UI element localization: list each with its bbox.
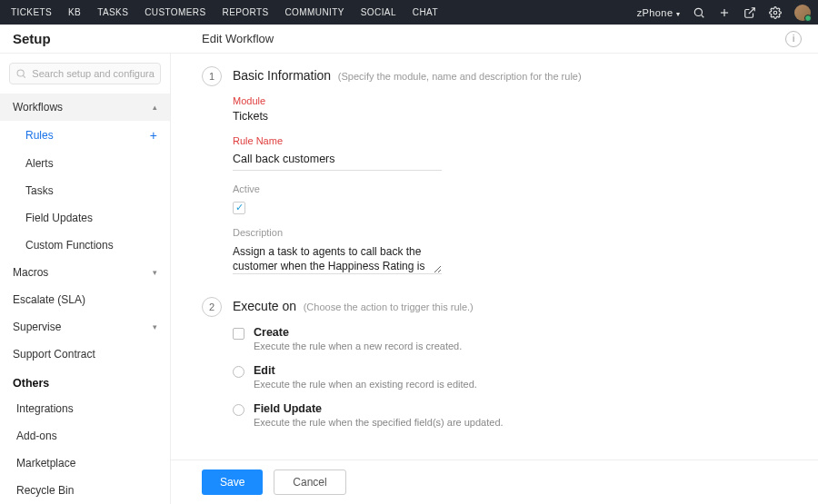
section-execute-on: 2 Execute on (Choose the action to trigg…: [202, 297, 818, 428]
nav-tasks[interactable]: TASKS: [97, 7, 128, 17]
sidebar-item-custom-functions[interactable]: Custom Functions: [0, 232, 170, 259]
search-icon: [15, 67, 26, 80]
info-icon[interactable]: i: [785, 31, 802, 47]
section-title: Execute on: [233, 299, 296, 313]
main: 1 Basic Information (Specify the module,…: [171, 54, 818, 504]
nav-social[interactable]: SOCIAL: [361, 7, 396, 17]
checkbox-create[interactable]: [233, 328, 244, 340]
nav-reports[interactable]: REPORTS: [223, 7, 269, 17]
svg-line-1: [702, 15, 704, 17]
nav-tickets[interactable]: TICKETS: [11, 7, 52, 17]
section-title: Basic Information: [233, 68, 331, 83]
topbar: TICKETS KB TASKS CUSTOMERS REPORTS COMMU…: [0, 0, 818, 25]
nav-heading-others: Others: [0, 368, 170, 395]
sidebar-item-rules[interactable]: Rules +: [0, 121, 170, 150]
svg-point-6: [17, 70, 24, 76]
chevron-down-icon: ▾: [153, 322, 157, 331]
nav-community[interactable]: COMMUNITY: [285, 7, 344, 17]
svg-line-4: [749, 7, 754, 13]
chevron-down-icon: ▾: [676, 10, 680, 18]
svg-point-0: [694, 8, 702, 15]
option-title: Edit: [254, 364, 477, 377]
description-label: Description: [233, 227, 442, 238]
option-desc: Execute the rule when a new record is cr…: [254, 341, 462, 351]
gear-icon[interactable]: [769, 6, 782, 19]
sidebar-item-tasks[interactable]: Tasks: [0, 177, 170, 204]
option-create[interactable]: Create Execute the rule when a new recor…: [233, 326, 504, 351]
search-box[interactable]: [9, 63, 161, 84]
module-label: Module: [233, 95, 442, 106]
external-link-icon[interactable]: [743, 6, 756, 19]
svg-line-7: [24, 75, 25, 77]
nav-group-escalate[interactable]: Escalate (SLA): [0, 286, 170, 313]
sidebar-item-field-updates[interactable]: Field Updates: [0, 204, 170, 232]
svg-point-5: [773, 11, 777, 15]
option-desc: Execute the rule when the specified fiel…: [254, 417, 504, 428]
cancel-button[interactable]: Cancel: [274, 469, 345, 495]
rulename-label: Rule Name: [233, 135, 442, 146]
plus-icon[interactable]: [718, 6, 731, 19]
plus-icon[interactable]: +: [150, 128, 157, 143]
section-hint: (Specify the module, name and descriptio…: [338, 71, 582, 82]
sidebar-item-recycle-bin[interactable]: Recycle Bin: [0, 477, 170, 504]
save-button[interactable]: Save: [202, 469, 263, 495]
option-title: Create: [254, 326, 462, 339]
section-hint: (Choose the action to trigger this rule.…: [304, 301, 474, 312]
sidebar-item-alerts[interactable]: Alerts: [0, 150, 170, 177]
rulename-input[interactable]: [233, 150, 442, 171]
chevron-up-icon: ▴: [153, 103, 157, 112]
module-value: Tickets: [233, 110, 442, 123]
topnav: TICKETS KB TASKS CUSTOMERS REPORTS COMMU…: [11, 7, 438, 17]
step-badge-1: 1: [202, 66, 222, 86]
nav-group-supervise[interactable]: Supervise▾: [0, 313, 170, 341]
option-edit[interactable]: Edit Execute the rule when an existing r…: [233, 364, 504, 390]
nav-group-macros[interactable]: Macros▾: [0, 259, 170, 286]
search-input[interactable]: [32, 68, 155, 79]
section-basic-info: 1 Basic Information (Specify the module,…: [202, 66, 818, 277]
nav-group-support-contract[interactable]: Support Contract: [0, 341, 170, 368]
active-checkbox[interactable]: ✓: [233, 202, 245, 214]
option-title: Field Update: [254, 402, 504, 415]
sidebar-item-addons[interactable]: Add-ons: [0, 422, 170, 450]
page-title: Edit Workflow: [171, 32, 274, 45]
setup-title: Setup: [0, 31, 171, 46]
subheader: Setup Edit Workflow i: [0, 25, 818, 54]
tenant-switcher[interactable]: zPhone ▾: [637, 7, 680, 18]
search-icon[interactable]: [693, 6, 705, 19]
sidebar: Workflows ▴ Rules + Alerts Tasks Field U…: [0, 54, 171, 504]
step-badge-2: 2: [202, 297, 222, 317]
avatar[interactable]: [794, 5, 811, 21]
active-label: Active: [233, 183, 442, 194]
nav-customers[interactable]: CUSTOMERS: [145, 7, 205, 17]
footer-bar: Save Cancel: [171, 460, 818, 504]
description-textarea[interactable]: [233, 242, 442, 274]
radio-edit[interactable]: [233, 366, 244, 378]
sidebar-item-marketplace[interactable]: Marketplace: [0, 450, 170, 477]
chevron-down-icon: ▾: [153, 268, 157, 277]
nav-kb[interactable]: KB: [68, 7, 81, 17]
nav-group-workflows[interactable]: Workflows ▴: [0, 94, 170, 121]
option-desc: Execute the rule when an existing record…: [254, 379, 477, 390]
radio-field-update[interactable]: [233, 404, 244, 416]
nav-chat[interactable]: CHAT: [413, 7, 438, 17]
sidebar-item-integrations[interactable]: Integrations: [0, 395, 170, 422]
option-field-update[interactable]: Field Update Execute the rule when the s…: [233, 402, 504, 428]
